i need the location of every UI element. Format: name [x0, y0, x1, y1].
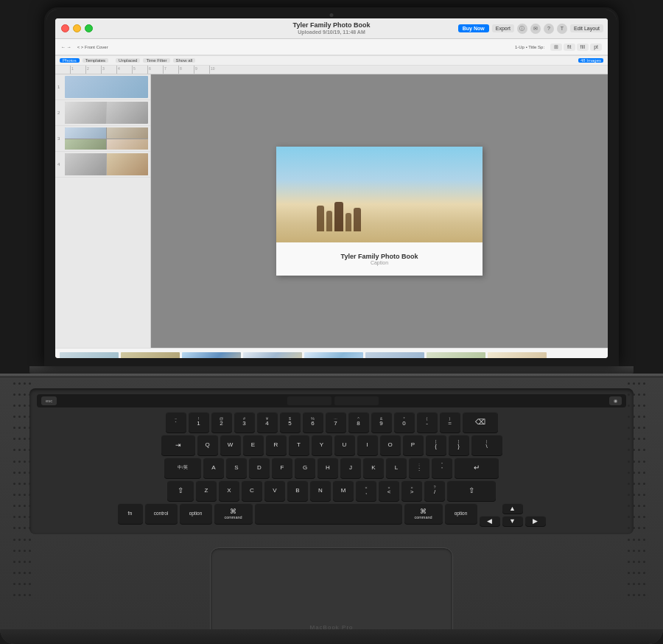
key-space[interactable]: [255, 503, 402, 524]
key-slash[interactable]: ?/: [424, 480, 445, 501]
key-f[interactable]: F: [272, 458, 292, 478]
key-6[interactable]: %6: [303, 412, 323, 433]
photos-tab[interactable]: Photos: [60, 58, 80, 63]
user-avatar-icon[interactable]: T: [557, 24, 567, 34]
key-x[interactable]: X: [219, 480, 239, 501]
key-shift-left[interactable]: ⇧: [167, 480, 194, 501]
key-8[interactable]: ^8: [348, 412, 369, 433]
key-tab[interactable]: ⇥: [161, 435, 195, 455]
strip-thumb-3[interactable]: [182, 352, 241, 358]
key-minus[interactable]: (-: [417, 412, 438, 433]
key-n[interactable]: N: [310, 480, 331, 501]
page-caption[interactable]: Caption: [371, 260, 388, 265]
grid-view-button[interactable]: ⊞: [550, 43, 562, 51]
key-3[interactable]: #3: [234, 412, 255, 433]
strip-thumb-6[interactable]: [365, 352, 424, 358]
key-equals[interactable]: )=: [440, 412, 460, 433]
strip-thumb-2[interactable]: [121, 352, 180, 358]
key-l[interactable]: L: [386, 458, 407, 478]
speech-bubble-icon[interactable]: ✉: [530, 24, 541, 34]
key-control[interactable]: control: [145, 503, 178, 524]
key-o[interactable]: O: [380, 435, 401, 455]
key-rbracket[interactable]: ]}: [449, 435, 469, 455]
sidebar-thumb-row-1[interactable]: 1: [55, 74, 150, 100]
show-all-button[interactable]: Show all: [173, 58, 196, 63]
key-arrow-down[interactable]: ▼: [502, 516, 523, 526]
key-y[interactable]: Y: [312, 435, 332, 455]
siri-button[interactable]: ◉: [609, 396, 622, 405]
key-g[interactable]: G: [295, 458, 315, 478]
key-gt[interactable]: »>: [401, 480, 422, 501]
strip-thumb-1[interactable]: [60, 352, 119, 358]
key-u[interactable]: U: [334, 435, 355, 455]
key-tilde[interactable]: ~`: [166, 412, 186, 433]
key-i[interactable]: I: [357, 435, 378, 455]
maximize-button[interactable]: [85, 24, 93, 32]
key-j[interactable]: J: [340, 458, 361, 478]
time-filter-button[interactable]: Time Filter: [143, 58, 169, 63]
key-lt[interactable]: «<: [379, 480, 399, 501]
key-0[interactable]: *0: [394, 412, 415, 433]
key-return[interactable]: ↵: [455, 458, 499, 478]
key-option-right[interactable]: option: [445, 503, 477, 524]
key-option-left[interactable]: option: [180, 503, 212, 524]
export-button[interactable]: Export: [492, 24, 514, 32]
key-7[interactable]: ···7: [326, 412, 346, 433]
fill-button[interactable]: fill: [577, 43, 589, 51]
strip-thumb-5[interactable]: [304, 352, 363, 358]
buy-now-button[interactable]: Buy Now: [458, 24, 489, 32]
key-5[interactable]: $5: [280, 412, 301, 433]
key-p[interactable]: P: [403, 435, 424, 455]
key-arrow-right[interactable]: ▶: [525, 516, 546, 526]
strip-thumb-4[interactable]: [243, 352, 302, 358]
key-caps-lock[interactable]: 中/英: [164, 458, 201, 478]
page-thumb-3[interactable]: [65, 127, 148, 150]
key-9[interactable]: &9: [371, 412, 392, 433]
key-b[interactable]: B: [287, 480, 308, 501]
question-icon[interactable]: ?: [544, 24, 554, 34]
esc-key[interactable]: esc: [41, 396, 57, 405]
key-arrow-up[interactable]: ▲: [502, 503, 523, 514]
key-a[interactable]: A: [203, 458, 224, 478]
key-t[interactable]: T: [289, 435, 309, 455]
key-command-left[interactable]: ⌘command: [214, 503, 253, 524]
key-shift-right[interactable]: ⇧: [447, 480, 496, 501]
key-arrow-left[interactable]: ◀: [480, 516, 500, 526]
key-c[interactable]: C: [242, 480, 262, 501]
minimize-button[interactable]: [73, 24, 81, 32]
page-thumb-4[interactable]: [65, 153, 148, 175]
sidebar-thumb-row-2[interactable]: 2: [55, 100, 150, 126]
info-icon[interactable]: ⓘ: [517, 24, 527, 34]
key-1[interactable]: !1: [189, 412, 209, 433]
fit-button[interactable]: fit: [564, 43, 575, 51]
key-w[interactable]: W: [220, 435, 241, 455]
close-button[interactable]: [61, 24, 69, 32]
key-q[interactable]: Q: [197, 435, 218, 455]
touch-bar-volume[interactable]: [334, 396, 379, 405]
sidebar-thumb-row-4[interactable]: 4: [55, 152, 150, 178]
key-2[interactable]: @2: [211, 412, 232, 433]
page-canvas[interactable]: Tyler Family Photo Book Caption: [276, 147, 483, 276]
page-book-title[interactable]: Tyler Family Photo Book: [341, 253, 418, 260]
edit-layout-button[interactable]: Edit Layout: [570, 24, 603, 32]
key-quote[interactable]: "': [432, 458, 452, 478]
key-command-right[interactable]: ⌘command: [404, 503, 443, 524]
key-m[interactable]: M: [333, 480, 354, 501]
key-backspace[interactable]: ⌫: [463, 412, 498, 433]
key-v[interactable]: V: [264, 480, 285, 501]
sidebar-thumb-row-3[interactable]: 3: [55, 126, 150, 152]
key-e[interactable]: E: [243, 435, 264, 455]
page-thumb-2[interactable]: [65, 102, 148, 124]
page-thumb-1[interactable]: [65, 76, 148, 98]
unplaced-button[interactable]: Unplaced: [116, 58, 140, 63]
strip-thumb-8[interactable]: [488, 352, 547, 358]
key-h[interactable]: H: [318, 458, 338, 478]
key-s[interactable]: S: [226, 458, 247, 478]
key-k[interactable]: K: [363, 458, 384, 478]
key-lbracket[interactable]: [{: [426, 435, 446, 455]
key-r[interactable]: R: [266, 435, 287, 455]
zoom-input[interactable]: pt: [590, 43, 602, 51]
templates-tab[interactable]: Templates: [83, 58, 108, 63]
strip-thumb-7[interactable]: [427, 352, 485, 358]
key-d[interactable]: D: [249, 458, 270, 478]
